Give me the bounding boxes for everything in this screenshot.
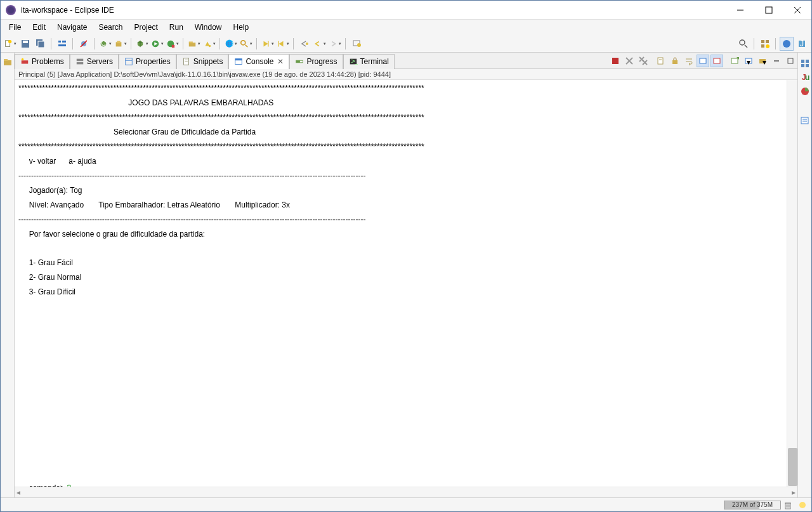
svg-rect-44 xyxy=(761,44,764,48)
menu-navigate[interactable]: Navigate xyxy=(51,21,93,34)
svg-point-28 xyxy=(209,44,211,47)
svg-rect-51 xyxy=(22,60,29,63)
coverage-button[interactable] xyxy=(166,37,180,51)
minimize-view-icon[interactable] xyxy=(770,55,783,67)
tip-icon[interactable] xyxy=(799,501,806,509)
separator xyxy=(345,38,346,49)
java-ee-perspective-button[interactable] xyxy=(780,37,794,51)
back-button[interactable] xyxy=(313,37,327,51)
console-text: Jogador(a): Tog xyxy=(18,186,82,195)
status-bar: 237M of 375M xyxy=(1,497,811,511)
forward-button[interactable] xyxy=(328,37,342,51)
svg-rect-18 xyxy=(117,41,120,43)
word-wrap-icon[interactable] xyxy=(683,55,695,67)
junit-icon[interactable]: Ju xyxy=(799,72,811,83)
pin-editor-button[interactable] xyxy=(350,37,363,51)
new-java-class-button[interactable]: C xyxy=(98,37,112,51)
toggle-breadcrumb-button[interactable] xyxy=(55,37,69,51)
maximize-button[interactable] xyxy=(754,1,783,20)
menu-window[interactable]: Window xyxy=(189,21,228,34)
svg-rect-66 xyxy=(612,58,619,64)
scroll-lock-icon[interactable] xyxy=(669,55,681,67)
terminate-icon[interactable] xyxy=(609,55,622,67)
console-text: ****************************************… xyxy=(18,142,424,151)
maximize-view-icon[interactable] xyxy=(784,55,797,67)
separator xyxy=(219,38,221,49)
separator xyxy=(775,38,776,49)
outline-icon[interactable] xyxy=(799,58,811,69)
remove-all-icon[interactable] xyxy=(637,55,650,67)
tab-terminal[interactable]: >_Terminal xyxy=(343,54,395,69)
console-text: v- voltar a- ajuda xyxy=(18,157,96,166)
open-perspective-button[interactable] xyxy=(758,37,772,51)
debug-button[interactable] xyxy=(135,37,149,51)
menu-run[interactable]: Run xyxy=(164,21,189,34)
search-dialog-button[interactable] xyxy=(239,37,253,51)
horizontal-scrollbar[interactable]: ◂▸ xyxy=(15,487,797,497)
svg-rect-63 xyxy=(296,60,300,63)
console-text: Selecionar Grau de Dificuldade da Partid… xyxy=(18,128,256,136)
show-on-stderr-icon[interactable] xyxy=(710,55,723,67)
next-annotation-button[interactable] xyxy=(261,37,275,51)
svg-rect-73 xyxy=(658,58,663,64)
close-tab-icon[interactable]: ✕ xyxy=(277,57,284,66)
open-type-button[interactable]: 🌐 xyxy=(224,37,238,51)
new-java-package-button[interactable] xyxy=(114,37,128,51)
java-perspective-button[interactable]: J xyxy=(795,37,809,51)
tab-label: Terminal xyxy=(360,57,389,66)
tab-progress[interactable]: Progress xyxy=(289,54,343,69)
menu-help[interactable]: Help xyxy=(228,21,255,34)
svg-rect-85 xyxy=(788,58,793,63)
menu-search[interactable]: Search xyxy=(93,21,128,34)
new-server-button[interactable] xyxy=(187,37,201,51)
tab-problems[interactable]: Problems xyxy=(15,54,70,69)
main-area: Problems Servers Properties Snippets Con… xyxy=(1,53,811,497)
svg-rect-27 xyxy=(189,41,193,43)
console-text: 3- Grau Difícil xyxy=(18,287,75,296)
task-list-icon[interactable] xyxy=(799,115,811,126)
menu-file[interactable]: File xyxy=(3,21,27,34)
new-button[interactable] xyxy=(3,37,17,51)
save-button[interactable] xyxy=(18,37,32,51)
menu-project[interactable]: Project xyxy=(128,21,163,34)
menu-edit[interactable]: Edit xyxy=(27,21,51,34)
svg-point-5 xyxy=(8,39,11,43)
last-edit-button[interactable] xyxy=(298,37,311,51)
skip-breakpoints-button[interactable] xyxy=(77,37,91,51)
tab-properties[interactable]: Properties xyxy=(119,54,176,69)
console-text: Nível: Avançado Tipo Embaralhador: Letra… xyxy=(18,200,290,209)
display-selected-icon[interactable]: ▾ xyxy=(742,55,755,67)
remove-launch-icon[interactable] xyxy=(623,55,636,67)
window-title: ita-workspace - Eclipse IDE xyxy=(21,6,114,15)
svg-text:u: u xyxy=(805,73,809,82)
close-button[interactable] xyxy=(783,1,811,20)
gc-icon[interactable] xyxy=(783,501,792,509)
restore-view-icon[interactable] xyxy=(2,56,13,68)
tab-snippets[interactable]: Snippets xyxy=(176,54,229,69)
heap-status[interactable]: 237M of 375M xyxy=(724,501,792,509)
prev-annotation-button[interactable] xyxy=(276,37,290,51)
svg-rect-77 xyxy=(714,58,720,63)
run-button[interactable] xyxy=(150,37,164,51)
search-toolbar-button[interactable] xyxy=(737,37,750,51)
tab-console[interactable]: Console✕ xyxy=(228,54,289,69)
console-text: 1- Grau Fácil xyxy=(18,258,73,267)
tab-servers[interactable]: Servers xyxy=(70,54,119,69)
open-console-icon[interactable] xyxy=(728,55,741,67)
svg-marker-33 xyxy=(264,41,268,46)
coverage-view-icon[interactable] xyxy=(799,86,811,97)
clear-console-icon[interactable] xyxy=(655,55,667,67)
svg-text:▾: ▾ xyxy=(747,58,750,65)
minimize-button[interactable] xyxy=(726,1,754,20)
svg-point-40 xyxy=(740,40,745,45)
separator xyxy=(51,38,52,49)
launch-button[interactable] xyxy=(202,37,216,51)
show-on-stdout-icon[interactable] xyxy=(697,55,709,67)
vertical-scrollbar[interactable] xyxy=(787,80,797,487)
scrollbar-thumb[interactable] xyxy=(788,448,797,486)
save-all-button[interactable] xyxy=(34,37,48,51)
console-output[interactable]: ****************************************… xyxy=(15,80,787,487)
new-console-icon[interactable]: ▾ xyxy=(756,55,769,67)
svg-rect-50 xyxy=(4,59,8,61)
svg-point-31 xyxy=(241,40,246,44)
